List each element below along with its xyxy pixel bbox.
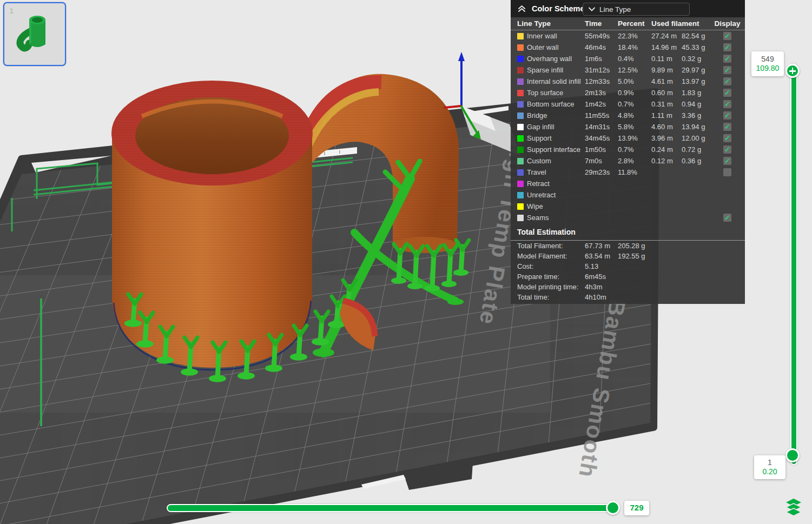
time-value: 46m4s bbox=[585, 43, 618, 51]
line-type-label: Internal solid infill bbox=[527, 77, 585, 85]
display-checkbox[interactable]: ✓ bbox=[723, 123, 731, 131]
line-type-table: Inner wall55m49s22.3%27.24 m82.54 g✓Oute… bbox=[511, 30, 745, 223]
layers-view-button[interactable] bbox=[784, 497, 803, 519]
color-scheme-panel-header: Color Scheme Line Type bbox=[511, 0, 745, 17]
percent-value: 0.9% bbox=[618, 89, 651, 97]
display-checkbox[interactable]: ✓ bbox=[723, 77, 731, 85]
slicer-preview-window: High Temp Plate Bambu Smooth bbox=[0, 0, 812, 524]
display-checkbox[interactable]: ✓ bbox=[723, 89, 731, 97]
layer-slider-track[interactable] bbox=[790, 63, 797, 465]
display-checkbox[interactable]: ✓ bbox=[723, 55, 731, 63]
move-slider-value: 729 bbox=[630, 503, 643, 513]
table-row[interactable]: Inner wall55m49s22.3%27.24 m82.54 g✓ bbox=[511, 30, 745, 42]
col-percent: Percent bbox=[618, 19, 651, 28]
move-slider-handle[interactable] bbox=[606, 501, 620, 515]
view-type-value: Line Type bbox=[599, 5, 631, 14]
estimation-value: 6m45s bbox=[585, 273, 618, 281]
plate-thumbnail[interactable]: 1 bbox=[3, 2, 66, 66]
table-row[interactable]: Support34m45s13.9%3.96 m12.00 g✓ bbox=[511, 132, 745, 144]
filament-length: 4.61 m bbox=[651, 77, 682, 85]
time-value: 34m45s bbox=[585, 134, 618, 142]
table-row[interactable]: Internal solid infill12m33s5.0%4.61 m13.… bbox=[511, 76, 745, 87]
filament-weight: 12.00 g bbox=[682, 134, 710, 142]
table-row[interactable]: Travel29m23s11.8%✓ bbox=[511, 167, 745, 178]
layer-slider-top-handle[interactable] bbox=[785, 64, 800, 78]
line-type-color-swatch bbox=[517, 169, 524, 176]
line-type-color-swatch bbox=[517, 147, 524, 153]
table-row[interactable]: Overhang wall1m6s0.4%0.11 m0.32 g✓ bbox=[511, 53, 745, 64]
table-row[interactable]: Unretract bbox=[511, 189, 745, 201]
filament-weight: 29.97 g bbox=[682, 66, 710, 74]
line-type-color-swatch bbox=[517, 33, 524, 39]
move-slider-track[interactable] bbox=[167, 504, 618, 512]
table-row[interactable]: Bridge11m55s4.8%1.11 m3.36 g✓ bbox=[511, 110, 745, 121]
move-slider-tooltip: 729 bbox=[624, 501, 649, 515]
line-type-table-header: Line Type Time Percent Used filament Dis… bbox=[511, 17, 745, 30]
time-value: 29m23s bbox=[585, 168, 618, 176]
table-row[interactable]: Seams✓ bbox=[511, 212, 745, 223]
percent-value: 18.4% bbox=[618, 43, 651, 51]
table-row[interactable]: Custom7m0s2.8%0.12 m0.36 g✓ bbox=[511, 155, 745, 167]
time-value: 2m13s bbox=[585, 89, 618, 97]
table-row[interactable]: Retract bbox=[511, 178, 745, 189]
estimation-value: 67.73 m bbox=[585, 242, 618, 250]
estimation-row: Total Filament:67.73 m205.28 g bbox=[511, 241, 745, 251]
percent-value: 2.8% bbox=[618, 157, 651, 165]
display-checkbox[interactable]: ✓ bbox=[723, 100, 731, 108]
line-type-color-swatch bbox=[517, 56, 524, 62]
line-type-label: Bottom surface bbox=[527, 100, 585, 108]
display-checkbox[interactable]: ✓ bbox=[723, 66, 731, 74]
percent-value: 0.4% bbox=[618, 55, 651, 63]
time-value: 14m31s bbox=[585, 123, 618, 131]
col-display: Display bbox=[710, 19, 745, 28]
display-checkbox[interactable]: ✓ bbox=[723, 134, 731, 142]
estimation-row: Prepare time:6m45s bbox=[511, 271, 745, 282]
estimation-label: Prepare time: bbox=[517, 273, 585, 281]
table-row[interactable]: Support interface1m50s0.7%0.24 m0.72 g✓ bbox=[511, 144, 745, 155]
table-row[interactable]: Sparse infill31m12s12.5%9.89 m29.97 g✓ bbox=[511, 64, 745, 76]
filament-length: 27.24 m bbox=[651, 32, 682, 40]
display-checkbox[interactable]: ✓ bbox=[723, 43, 731, 51]
estimation-label: Model printing time: bbox=[517, 283, 585, 291]
estimation-row: Total time:4h10m bbox=[511, 292, 745, 302]
line-type-label: Outer wall bbox=[527, 43, 585, 51]
line-type-color-swatch bbox=[517, 215, 524, 221]
display-checkbox[interactable]: ✓ bbox=[723, 157, 731, 165]
estimation-value: 63.54 m bbox=[585, 252, 618, 260]
display-checkbox[interactable]: ✓ bbox=[723, 111, 731, 120]
table-row[interactable]: Wipe bbox=[511, 201, 745, 212]
col-line-type: Line Type bbox=[517, 19, 585, 28]
line-type-label: Travel bbox=[527, 168, 585, 176]
table-row[interactable]: Bottom surface1m42s0.7%0.31 m0.94 g✓ bbox=[511, 98, 745, 110]
table-row[interactable]: Gap infill14m31s5.8%4.60 m13.94 g✓ bbox=[511, 121, 745, 132]
display-cell: ✓ bbox=[710, 55, 745, 63]
time-value: 1m50s bbox=[585, 145, 618, 154]
display-checkbox[interactable]: ✓ bbox=[723, 168, 731, 176]
line-type-color-swatch bbox=[517, 112, 524, 119]
table-row[interactable]: Top surface2m13s0.9%0.60 m1.83 g✓ bbox=[511, 87, 745, 98]
view-type-dropdown[interactable]: Line Type bbox=[583, 3, 690, 16]
display-checkbox[interactable]: ✓ bbox=[723, 214, 731, 222]
display-checkbox[interactable]: ✓ bbox=[723, 145, 731, 154]
line-type-label: Bridge bbox=[527, 111, 585, 120]
line-type-color-swatch bbox=[517, 67, 524, 74]
line-type-label: Support interface bbox=[527, 145, 585, 154]
layers-icon bbox=[784, 497, 803, 516]
bottom-layer-height: 0.20 bbox=[762, 467, 777, 477]
time-value: 55m49s bbox=[585, 32, 618, 40]
display-checkbox[interactable]: ✓ bbox=[723, 32, 731, 40]
table-row[interactable]: Outer wall46m4s18.4%14.96 m45.33 g✓ bbox=[511, 42, 745, 53]
panel-title: Color Scheme bbox=[532, 4, 585, 13]
line-type-label: Retract bbox=[527, 180, 585, 188]
time-value: 31m12s bbox=[585, 66, 618, 74]
model-cup bbox=[111, 81, 313, 370]
line-type-color-swatch bbox=[517, 90, 524, 96]
filament-weight: 0.72 g bbox=[682, 145, 710, 154]
collapse-panel-icon[interactable] bbox=[517, 4, 526, 13]
col-used-filament: Used filament bbox=[651, 19, 710, 28]
line-type-color-swatch bbox=[517, 135, 524, 142]
line-type-label: Wipe bbox=[527, 202, 585, 210]
plate-number: 1 bbox=[9, 6, 14, 15]
percent-value: 5.0% bbox=[618, 77, 651, 85]
line-type-label: Sparse infill bbox=[527, 66, 585, 74]
